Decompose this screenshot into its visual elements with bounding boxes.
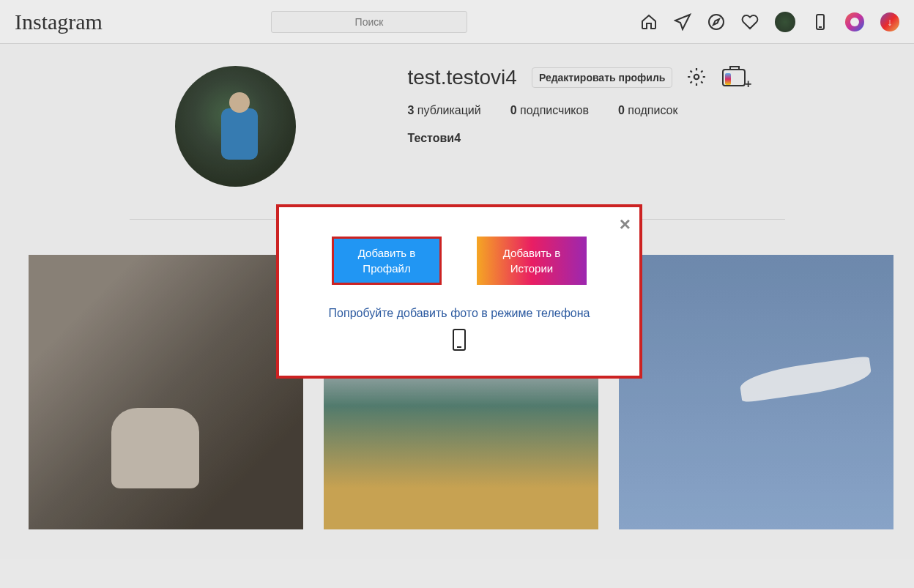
modal-hint-text: Попробуйте добавить фото в режиме телефо… (301, 307, 617, 320)
messages-icon[interactable] (674, 13, 691, 31)
profile-header: test.testovi4 Редактировать профиль + 3 … (130, 66, 785, 187)
logo-area: Instagram (15, 10, 161, 34)
profile-top-row: test.testovi4 Редактировать профиль + (408, 66, 785, 89)
search-input[interactable] (271, 11, 467, 33)
close-icon[interactable]: × (620, 213, 631, 236)
search-area (161, 11, 577, 33)
explore-icon[interactable] (707, 13, 725, 31)
post-thumbnail[interactable] (29, 255, 303, 529)
stat-following[interactable]: 0 подписок (618, 104, 678, 117)
nav-icons (577, 12, 899, 32)
add-to-story-button[interactable]: Добавить в Истории (477, 237, 587, 285)
stat-posts[interactable]: 3 публикаций (408, 104, 481, 117)
profile-avatar-small[interactable] (775, 12, 795, 32)
settings-icon[interactable] (687, 67, 707, 88)
home-icon[interactable] (640, 13, 658, 31)
edit-profile-button[interactable]: Редактировать профиль (532, 67, 673, 88)
heart-icon[interactable] (741, 13, 759, 31)
phone-icon[interactable] (453, 329, 466, 351)
extension-badge-1-icon[interactable] (845, 12, 864, 31)
profile-picture[interactable] (175, 66, 296, 187)
stat-followers[interactable]: 0 подписчиков (510, 104, 589, 117)
display-name: Тестови4 (408, 132, 785, 145)
add-photo-modal: × Добавить в Профайл Добавить в Истории … (276, 204, 642, 379)
add-post-camera-icon[interactable]: + (722, 67, 747, 88)
post-thumbnail[interactable] (619, 255, 893, 529)
username: test.testovi4 (408, 66, 517, 89)
top-navbar: Instagram (0, 0, 914, 44)
profile-stats: 3 публикаций 0 подписчиков 0 подписок (408, 104, 785, 117)
profile-info: test.testovi4 Редактировать профиль + 3 … (408, 66, 785, 187)
profile-pic-wrap (130, 66, 342, 187)
instagram-logo[interactable]: Instagram (15, 10, 103, 34)
add-to-profile-button[interactable]: Добавить в Профайл (332, 237, 442, 285)
svg-point-0 (709, 15, 724, 29)
extension-badge-2-icon[interactable] (880, 12, 899, 31)
svg-point-3 (694, 75, 699, 80)
mobile-icon[interactable] (811, 13, 829, 31)
